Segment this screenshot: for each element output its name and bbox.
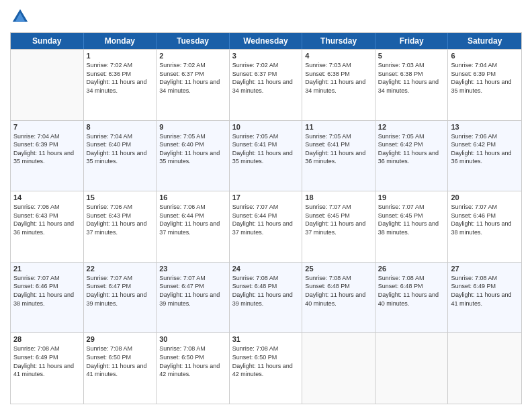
header xyxy=(10,7,522,27)
day-number: 10 xyxy=(232,123,300,131)
cell-text: Sunrise: 7:08 AM Sunset: 6:50 PM Dayligh… xyxy=(159,345,226,378)
day-number: 5 xyxy=(378,52,445,60)
empty-cell xyxy=(302,333,375,404)
day-cell-5: 5Sunrise: 7:03 AM Sunset: 6:38 PM Daylig… xyxy=(375,50,449,120)
cell-text: Sunrise: 7:05 AM Sunset: 6:40 PM Dayligh… xyxy=(159,132,226,166)
header-day-tuesday: Tuesday xyxy=(157,33,230,49)
day-cell-30: 30Sunrise: 7:08 AM Sunset: 6:50 PM Dayli… xyxy=(157,333,230,404)
cell-text: Sunrise: 7:05 AM Sunset: 6:41 PM Dayligh… xyxy=(232,132,300,166)
day-number: 23 xyxy=(159,265,226,273)
day-cell-28: 28Sunrise: 7:08 AM Sunset: 6:49 PM Dayli… xyxy=(11,333,84,404)
cell-text: Sunrise: 7:07 AM Sunset: 6:47 PM Dayligh… xyxy=(87,274,154,308)
day-cell-31: 31Sunrise: 7:08 AM Sunset: 6:50 PM Dayli… xyxy=(230,333,303,404)
header-day-friday: Friday xyxy=(375,33,449,49)
day-number: 11 xyxy=(305,123,372,131)
day-number: 4 xyxy=(305,52,372,60)
cell-text: Sunrise: 7:06 AM Sunset: 6:43 PM Dayligh… xyxy=(87,203,154,236)
logo-icon xyxy=(10,7,30,27)
header-day-wednesday: Wednesday xyxy=(230,33,303,49)
cell-text: Sunrise: 7:08 AM Sunset: 6:49 PM Dayligh… xyxy=(451,274,519,308)
day-number: 9 xyxy=(159,123,226,131)
day-number: 7 xyxy=(13,123,81,131)
day-cell-16: 16Sunrise: 7:06 AM Sunset: 6:44 PM Dayli… xyxy=(157,191,230,262)
day-cell-20: 20Sunrise: 7:07 AM Sunset: 6:46 PM Dayli… xyxy=(448,191,521,262)
day-cell-19: 19Sunrise: 7:07 AM Sunset: 6:45 PM Dayli… xyxy=(375,191,449,262)
day-cell-9: 9Sunrise: 7:05 AM Sunset: 6:40 PM Daylig… xyxy=(157,121,230,191)
cell-text: Sunrise: 7:07 AM Sunset: 6:46 PM Dayligh… xyxy=(451,203,519,236)
calendar-header: SundayMondayTuesdayWednesdayThursdayFrid… xyxy=(11,33,521,49)
day-number: 6 xyxy=(451,52,519,60)
empty-cell xyxy=(448,333,521,404)
day-cell-14: 14Sunrise: 7:06 AM Sunset: 6:43 PM Dayli… xyxy=(11,191,84,262)
cell-text: Sunrise: 7:07 AM Sunset: 6:45 PM Dayligh… xyxy=(305,203,372,236)
cell-text: Sunrise: 7:08 AM Sunset: 6:48 PM Dayligh… xyxy=(232,274,300,308)
cell-text: Sunrise: 7:03 AM Sunset: 6:38 PM Dayligh… xyxy=(378,61,445,95)
cell-text: Sunrise: 7:04 AM Sunset: 6:39 PM Dayligh… xyxy=(13,132,81,166)
header-day-thursday: Thursday xyxy=(302,33,375,49)
day-number: 25 xyxy=(305,265,372,273)
cell-text: Sunrise: 7:08 AM Sunset: 6:48 PM Dayligh… xyxy=(378,274,445,308)
day-number: 16 xyxy=(159,193,226,201)
calendar: SundayMondayTuesdayWednesdayThursdayFrid… xyxy=(10,32,522,404)
day-cell-1: 1Sunrise: 7:02 AM Sunset: 6:36 PM Daylig… xyxy=(84,50,157,120)
cell-text: Sunrise: 7:07 AM Sunset: 6:45 PM Dayligh… xyxy=(378,203,445,236)
day-number: 1 xyxy=(87,52,154,60)
cell-text: Sunrise: 7:07 AM Sunset: 6:44 PM Dayligh… xyxy=(232,203,300,236)
day-cell-25: 25Sunrise: 7:08 AM Sunset: 6:48 PM Dayli… xyxy=(302,263,375,333)
cell-text: Sunrise: 7:04 AM Sunset: 6:39 PM Dayligh… xyxy=(451,61,519,95)
cell-text: Sunrise: 7:05 AM Sunset: 6:41 PM Dayligh… xyxy=(305,132,372,166)
cell-text: Sunrise: 7:06 AM Sunset: 6:44 PM Dayligh… xyxy=(159,203,226,236)
calendar-week-0: 1Sunrise: 7:02 AM Sunset: 6:36 PM Daylig… xyxy=(11,49,521,120)
cell-text: Sunrise: 7:03 AM Sunset: 6:38 PM Dayligh… xyxy=(305,61,372,95)
cell-text: Sunrise: 7:07 AM Sunset: 6:47 PM Dayligh… xyxy=(159,274,226,308)
header-day-saturday: Saturday xyxy=(448,33,521,49)
page: SundayMondayTuesdayWednesdayThursdayFrid… xyxy=(0,0,532,411)
empty-cell xyxy=(11,50,84,120)
cell-text: Sunrise: 7:06 AM Sunset: 6:43 PM Dayligh… xyxy=(13,203,81,236)
header-day-monday: Monday xyxy=(84,33,157,49)
day-number: 18 xyxy=(305,193,372,201)
empty-cell xyxy=(375,333,449,404)
day-cell-8: 8Sunrise: 7:04 AM Sunset: 6:40 PM Daylig… xyxy=(84,121,157,191)
day-number: 13 xyxy=(451,123,519,131)
day-cell-13: 13Sunrise: 7:06 AM Sunset: 6:42 PM Dayli… xyxy=(448,121,521,191)
day-cell-23: 23Sunrise: 7:07 AM Sunset: 6:47 PM Dayli… xyxy=(157,263,230,333)
day-number: 8 xyxy=(87,123,154,131)
day-cell-6: 6Sunrise: 7:04 AM Sunset: 6:39 PM Daylig… xyxy=(448,50,521,120)
calendar-body: 1Sunrise: 7:02 AM Sunset: 6:36 PM Daylig… xyxy=(11,49,521,404)
day-cell-15: 15Sunrise: 7:06 AM Sunset: 6:43 PM Dayli… xyxy=(84,191,157,262)
day-number: 27 xyxy=(451,265,519,273)
calendar-week-4: 28Sunrise: 7:08 AM Sunset: 6:49 PM Dayli… xyxy=(11,332,521,404)
day-number: 31 xyxy=(232,335,300,343)
day-number: 26 xyxy=(378,265,445,273)
day-number: 24 xyxy=(232,265,300,273)
calendar-week-3: 21Sunrise: 7:07 AM Sunset: 6:46 PM Dayli… xyxy=(11,262,521,333)
day-cell-24: 24Sunrise: 7:08 AM Sunset: 6:48 PM Dayli… xyxy=(230,263,303,333)
day-cell-12: 12Sunrise: 7:05 AM Sunset: 6:42 PM Dayli… xyxy=(375,121,449,191)
cell-text: Sunrise: 7:08 AM Sunset: 6:50 PM Dayligh… xyxy=(232,345,300,378)
cell-text: Sunrise: 7:08 AM Sunset: 6:49 PM Dayligh… xyxy=(13,345,81,378)
day-number: 22 xyxy=(87,265,154,273)
day-number: 14 xyxy=(13,193,81,201)
day-cell-17: 17Sunrise: 7:07 AM Sunset: 6:44 PM Dayli… xyxy=(230,191,303,262)
header-day-sunday: Sunday xyxy=(11,33,84,49)
cell-text: Sunrise: 7:07 AM Sunset: 6:46 PM Dayligh… xyxy=(13,274,81,308)
day-cell-11: 11Sunrise: 7:05 AM Sunset: 6:41 PM Dayli… xyxy=(302,121,375,191)
day-number: 12 xyxy=(378,123,445,131)
day-cell-7: 7Sunrise: 7:04 AM Sunset: 6:39 PM Daylig… xyxy=(11,121,84,191)
day-cell-10: 10Sunrise: 7:05 AM Sunset: 6:41 PM Dayli… xyxy=(230,121,303,191)
cell-text: Sunrise: 7:04 AM Sunset: 6:40 PM Dayligh… xyxy=(87,132,154,166)
day-number: 28 xyxy=(13,335,81,343)
day-cell-2: 2Sunrise: 7:02 AM Sunset: 6:37 PM Daylig… xyxy=(157,50,230,120)
day-number: 29 xyxy=(87,335,154,343)
day-cell-29: 29Sunrise: 7:08 AM Sunset: 6:50 PM Dayli… xyxy=(84,333,157,404)
cell-text: Sunrise: 7:06 AM Sunset: 6:42 PM Dayligh… xyxy=(451,132,519,166)
day-cell-21: 21Sunrise: 7:07 AM Sunset: 6:46 PM Dayli… xyxy=(11,263,84,333)
logo xyxy=(10,7,33,27)
cell-text: Sunrise: 7:02 AM Sunset: 6:37 PM Dayligh… xyxy=(159,61,226,95)
cell-text: Sunrise: 7:05 AM Sunset: 6:42 PM Dayligh… xyxy=(378,132,445,166)
day-number: 20 xyxy=(451,193,519,201)
cell-text: Sunrise: 7:02 AM Sunset: 6:37 PM Dayligh… xyxy=(232,61,300,95)
cell-text: Sunrise: 7:08 AM Sunset: 6:48 PM Dayligh… xyxy=(305,274,372,308)
day-number: 15 xyxy=(87,193,154,201)
